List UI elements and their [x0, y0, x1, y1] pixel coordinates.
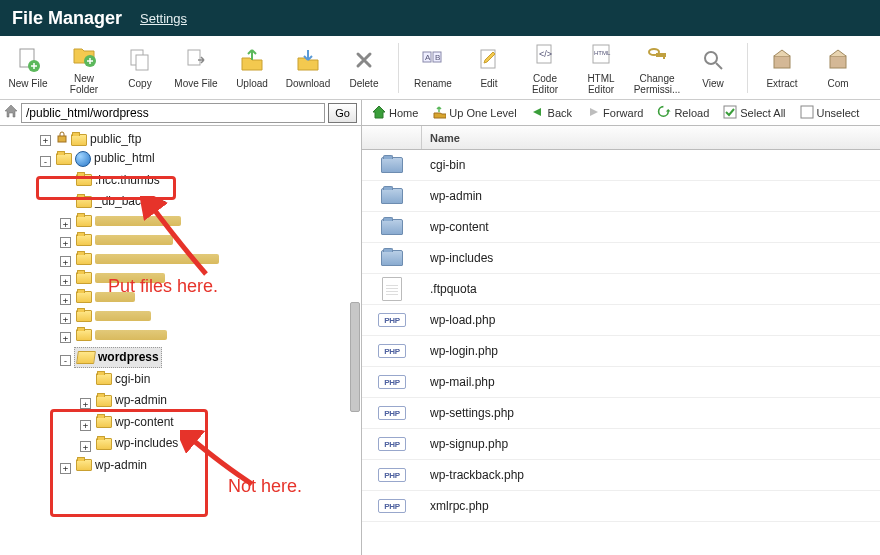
tree-expander[interactable]: +: [80, 441, 91, 452]
upload-button[interactable]: Upload: [224, 40, 280, 96]
download-button[interactable]: Download: [280, 40, 336, 96]
file-row[interactable]: PHPwp-load.php: [362, 305, 880, 336]
tree-label: _db_backups: [95, 192, 166, 211]
tree-item[interactable]: -wordpress: [2, 347, 359, 370]
svg-text:B: B: [435, 53, 440, 62]
unselect-button[interactable]: Unselect: [794, 103, 866, 123]
forward-button[interactable]: Forward: [580, 103, 649, 123]
scrollbar-thumb[interactable]: [350, 302, 360, 412]
folder-icon: [96, 373, 112, 385]
up-button[interactable]: Up One Level: [426, 103, 522, 123]
folder-icon: [381, 157, 403, 173]
settings-link[interactable]: Settings: [140, 11, 187, 26]
tree-item[interactable]: +wp-includes: [2, 434, 359, 456]
select-all-icon: [723, 105, 737, 121]
tree-expander[interactable]: +: [60, 463, 71, 474]
toolbar-label: View: [702, 78, 724, 89]
file-row[interactable]: PHPwp-settings.php: [362, 398, 880, 429]
toolbar-label: Upload: [236, 78, 268, 89]
file-icon-cell: PHP: [362, 499, 422, 513]
file-name: wp-settings.php: [422, 406, 880, 420]
folder-icon: [76, 329, 92, 341]
html-editor-button[interactable]: HTMLHTML Editor: [573, 40, 629, 96]
tree-expander: [80, 374, 91, 385]
tree-expander[interactable]: +: [60, 256, 71, 267]
tree-expander[interactable]: -: [40, 156, 51, 167]
tree-expander[interactable]: +: [80, 420, 91, 431]
file-row[interactable]: PHPwp-trackback.php: [362, 460, 880, 491]
select-all-button[interactable]: Select All: [717, 103, 791, 123]
tree-expander[interactable]: +: [80, 398, 91, 409]
file-row[interactable]: wp-admin: [362, 181, 880, 212]
extract-icon: [768, 46, 796, 74]
extract-button[interactable]: Extract: [754, 40, 810, 96]
folder-icon: [76, 215, 92, 227]
tree-item[interactable]: +: [2, 252, 359, 271]
col-header-name[interactable]: Name: [422, 132, 880, 144]
svg-rect-21: [58, 136, 66, 142]
tree-item[interactable]: +: [2, 290, 359, 309]
home-button[interactable]: Home: [366, 103, 424, 123]
tree-expander[interactable]: +: [60, 313, 71, 324]
go-button[interactable]: Go: [328, 103, 357, 123]
tree-item[interactable]: +public_ftp: [2, 130, 359, 149]
tree-label-redacted: [95, 235, 173, 245]
tree-expander[interactable]: +: [60, 294, 71, 305]
compress-button[interactable]: Com: [810, 40, 866, 96]
tree-item[interactable]: +wp-admin: [2, 456, 359, 478]
file-row[interactable]: PHPwp-signup.php: [362, 429, 880, 460]
tree-item[interactable]: .hcc.thumbs: [2, 171, 359, 193]
edit-button[interactable]: Edit: [461, 40, 517, 96]
folder-icon: [71, 134, 87, 146]
file-row[interactable]: PHPwp-mail.php: [362, 367, 880, 398]
new-folder-button[interactable]: New Folder: [56, 40, 112, 96]
tree-item[interactable]: +wp-admin: [2, 391, 359, 413]
file-list[interactable]: cgi-binwp-adminwp-contentwp-includes.ftp…: [362, 150, 880, 555]
toolbar-label: HTML Editor: [587, 73, 614, 95]
tree-expander[interactable]: +: [60, 218, 71, 229]
new-file-button[interactable]: New File: [0, 40, 56, 96]
tree-label-redacted: [95, 292, 135, 302]
rtool-label: Forward: [603, 107, 643, 119]
tree-item[interactable]: -public_html: [2, 149, 359, 171]
tree-item[interactable]: +: [2, 328, 359, 347]
move-button[interactable]: Move File: [168, 40, 224, 96]
tree-item[interactable]: +wp-content: [2, 413, 359, 435]
file-row[interactable]: cgi-bin: [362, 150, 880, 181]
col-header-icon[interactable]: [362, 126, 422, 149]
folder-tree[interactable]: +public_ftp-public_html.hcc.thumbs_db_ba…: [0, 126, 361, 555]
tree-item[interactable]: +: [2, 233, 359, 252]
tree-item[interactable]: +: [2, 309, 359, 328]
tree-item[interactable]: _db_backups: [2, 192, 359, 214]
tree-expander[interactable]: +: [60, 275, 71, 286]
home-icon[interactable]: [4, 104, 18, 121]
change-perm-button[interactable]: Change Permissi...: [629, 40, 685, 96]
file-name: .ftpquota: [422, 282, 880, 296]
php-icon: PHP: [378, 437, 406, 451]
folder-icon: [381, 250, 403, 266]
file-row[interactable]: wp-includes: [362, 243, 880, 274]
file-row[interactable]: PHPxmlrpc.php: [362, 491, 880, 522]
tree-item[interactable]: cgi-bin: [2, 370, 359, 392]
tree-item[interactable]: +: [2, 271, 359, 290]
reload-button[interactable]: Reload: [651, 103, 715, 123]
tree-item[interactable]: +: [2, 214, 359, 233]
view-button[interactable]: View: [685, 40, 741, 96]
copy-button[interactable]: Copy: [112, 40, 168, 96]
back-button[interactable]: Back: [525, 103, 578, 123]
tree-expander[interactable]: +: [40, 135, 51, 146]
file-name: wp-mail.php: [422, 375, 880, 389]
file-row[interactable]: .ftpquota: [362, 274, 880, 305]
php-icon: PHP: [378, 344, 406, 358]
rename-button[interactable]: ABRename: [405, 40, 461, 96]
tree-expander[interactable]: +: [60, 237, 71, 248]
tree-expander[interactable]: -: [60, 355, 71, 366]
path-input[interactable]: [21, 103, 325, 123]
file-row[interactable]: wp-content: [362, 212, 880, 243]
file-icon-cell: PHP: [362, 344, 422, 358]
file-row[interactable]: PHPwp-login.php: [362, 336, 880, 367]
code-editor-button[interactable]: </>Code Editor: [517, 40, 573, 96]
tree-expander[interactable]: +: [60, 332, 71, 343]
tree-expander: [60, 197, 71, 208]
delete-button[interactable]: Delete: [336, 40, 392, 96]
